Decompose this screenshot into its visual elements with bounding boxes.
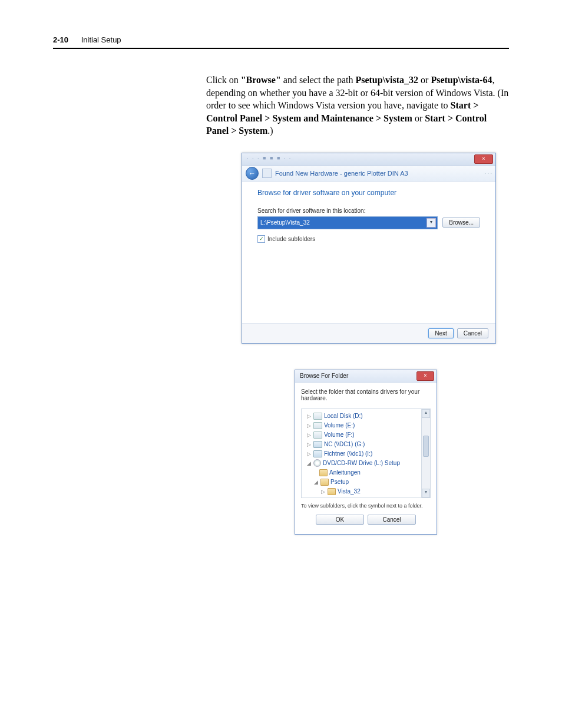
figure-found-new-hardware: · · · ■ ■ ■ · · × ← Found New Hardware -… <box>242 153 509 344</box>
tree-label: Volume (F:) <box>324 431 355 438</box>
folder-icon <box>320 479 329 486</box>
drive-icon <box>313 431 322 439</box>
page-header: 2-10 Initial Setup <box>53 35 509 49</box>
include-subfolders-label: Include subfolders <box>267 236 315 242</box>
folder-tree[interactable]: ▴ ▾ ▷ Local Disk (D:) ▷ Volume (E:) <box>301 409 431 498</box>
ok-button[interactable]: OK <box>316 515 364 525</box>
wizard-icon <box>262 169 272 178</box>
tree-label: Fichtner (\\dc1) (I:) <box>324 450 372 457</box>
tree-item-vista32[interactable]: ▷ Vista_32 <box>303 487 429 496</box>
tree-label: Local Disk (D:) <box>324 413 363 419</box>
path-combobox[interactable]: L:\Psetup\Vista_32 ▾ <box>257 216 438 229</box>
text: or <box>418 75 431 85</box>
tree-item-volume-f[interactable]: ▷ Volume (F:) <box>303 430 429 440</box>
expander-icon[interactable]: ▷ <box>306 413 312 419</box>
scrollbar[interactable]: ▴ ▾ <box>421 409 430 498</box>
folder-icon <box>328 498 336 498</box>
expander-icon[interactable]: ◢ <box>306 460 312 466</box>
nav-bar: ← Found New Hardware - generic Plotter D… <box>242 166 495 182</box>
tree-item-vista64[interactable]: ▷ Vista_64 <box>303 496 429 498</box>
dialog-buttons: OK Cancel <box>301 515 431 531</box>
close-button[interactable]: × <box>416 371 434 381</box>
expander-icon[interactable]: ▷ <box>320 489 326 495</box>
tree-label: Anleitungen <box>329 469 361 476</box>
drive-icon <box>313 413 322 420</box>
expander-icon[interactable]: ▷ <box>306 442 312 447</box>
scroll-up-icon[interactable]: ▴ <box>422 409 430 418</box>
tree-label: DVD/CD-RW Drive (L:) Setup <box>323 460 400 466</box>
text: and select the path <box>281 75 356 85</box>
tree-item-psetup[interactable]: ◢ Psetup <box>303 477 429 487</box>
text: Click on <box>206 75 241 85</box>
browse-button[interactable]: Browse... <box>442 218 480 228</box>
expander-icon[interactable]: ▷ <box>306 432 312 438</box>
tree-label: Psetup <box>330 479 349 485</box>
tree-item-dvd-l[interactable]: ◢ DVD/CD-RW Drive (L:) Setup <box>303 459 429 468</box>
hint-text: To view subfolders, click the symbol nex… <box>301 503 431 509</box>
window-browse-for-folder: Browse For Folder × Select the folder th… <box>295 370 437 535</box>
expander-icon[interactable]: ▷ <box>306 423 312 429</box>
titlebar: Browse For Folder × <box>295 370 437 383</box>
drive-icon <box>313 422 322 429</box>
section-title: Initial Setup <box>81 35 121 44</box>
back-button[interactable]: ← <box>246 167 259 180</box>
include-subfolders-row[interactable]: ✓ Include subfolders <box>257 235 480 243</box>
network-drive-icon <box>313 441 322 448</box>
tree-item-local-disk-d[interactable]: ▷ Local Disk (D:) <box>303 411 429 421</box>
window-found-new-hardware: · · · ■ ■ ■ · · × ← Found New Hardware -… <box>242 153 496 344</box>
cancel-button[interactable]: Cancel <box>368 515 416 525</box>
text: or <box>412 113 425 123</box>
checkbox-icon[interactable]: ✓ <box>257 235 265 243</box>
disc-icon <box>313 459 321 467</box>
titlebar: · · · ■ ■ ■ · · × <box>242 153 495 166</box>
page-number: 2-10 <box>53 35 68 44</box>
dialog-message: Select the folder that contains drivers … <box>301 388 431 401</box>
titlebar-trail: · · · <box>484 170 492 176</box>
text-bold: "Browse" <box>241 75 281 85</box>
scroll-thumb[interactable] <box>423 436 429 457</box>
search-label: Search for driver software in this locat… <box>257 207 480 214</box>
dropdown-icon[interactable]: ▾ <box>427 218 436 228</box>
tree-label: Vista_64 <box>338 498 361 498</box>
tree-label: Volume (E:) <box>324 422 355 429</box>
titlebar-decoration: · · · ■ ■ ■ · · <box>247 155 292 161</box>
cancel-button[interactable]: Cancel <box>457 328 488 338</box>
path-value: L:\Psetup\Vista_32 <box>260 219 310 226</box>
text-bold: Psetup\vista-64 <box>431 75 492 85</box>
window-body: Browse for driver software on your compu… <box>242 182 495 323</box>
scroll-down-icon[interactable]: ▾ <box>422 489 430 498</box>
window-title: Found New Hardware - generic Plotter DIN… <box>275 170 408 177</box>
window-body: Select the folder that contains drivers … <box>295 383 437 534</box>
tree-item-nc-g[interactable]: ▷ NC (\\DC1) (G:) <box>303 440 429 449</box>
window-footer: Next Cancel <box>242 323 495 343</box>
window-title: Browse For Folder <box>300 373 348 379</box>
folder-icon <box>319 469 328 476</box>
page-heading: Browse for driver software on your compu… <box>257 189 480 197</box>
close-button[interactable]: × <box>474 154 493 164</box>
folder-icon <box>328 488 336 495</box>
body-paragraph: Click on "Browse" and select the path Ps… <box>206 74 509 137</box>
next-button[interactable]: Next <box>428 328 454 338</box>
tree-label: Vista_32 <box>338 488 361 495</box>
expander-icon[interactable]: ▷ <box>306 451 312 457</box>
expander-icon[interactable]: ◢ <box>313 479 319 485</box>
network-drive-icon <box>313 450 322 457</box>
text: .) <box>267 126 273 136</box>
figure-browse-for-folder: Browse For Folder × Select the folder th… <box>295 370 509 535</box>
text-bold: Psetup\vista_32 <box>355 75 418 85</box>
tree-item-fichtner-i[interactable]: ▷ Fichtner (\\dc1) (I:) <box>303 449 429 459</box>
tree-item-volume-e[interactable]: ▷ Volume (E:) <box>303 421 429 430</box>
tree-item-anleitungen[interactable]: Anleitungen <box>303 468 429 477</box>
tree-label: NC (\\DC1) (G:) <box>324 441 365 447</box>
